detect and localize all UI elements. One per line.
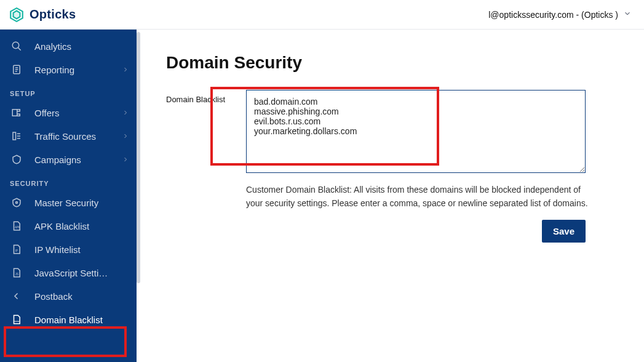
sidebar-item-analytics[interactable]: Analytics <box>0 34 137 58</box>
sidebar-item-label: Postback <box>34 291 73 302</box>
offers-icon <box>10 107 23 118</box>
topbar: Opticks l@optickssecurity.com - (Opticks… <box>0 0 644 30</box>
sidebar-scrollbar[interactable] <box>137 32 140 283</box>
postback-icon <box>10 291 23 302</box>
svg-text:APK: APK <box>15 226 20 229</box>
chevron-right-icon <box>122 131 129 142</box>
analytics-icon <box>10 41 23 52</box>
svg-point-2 <box>12 42 19 49</box>
brand: Opticks <box>9 7 76 23</box>
account-dropdown[interactable]: l@optickssecurity.com - (Opticks ) <box>488 9 632 20</box>
svg-point-13 <box>16 202 18 204</box>
shield-icon <box>10 197 23 208</box>
js-icon: JS <box>10 267 23 278</box>
chevron-right-icon <box>122 65 129 75</box>
sidebar-section-setup: SETUP <box>0 81 137 101</box>
traffic-sources-icon <box>10 131 23 142</box>
campaigns-icon <box>10 154 23 165</box>
ip-icon: IP <box>10 244 23 255</box>
page-title: Domain Security <box>166 53 627 73</box>
sidebar-section-security: SECURITY <box>0 171 137 191</box>
sidebar-item-label: Traffic Sources <box>34 131 96 142</box>
main-content: Domain Security Domain Blacklist Custome… <box>137 30 644 362</box>
sidebar-item-label: Domain Blacklist <box>34 315 103 325</box>
sidebar-item-domain-blacklist[interactable]: www Domain Blacklist <box>0 308 137 331</box>
sidebar-item-label: IP Whitelist <box>34 244 81 255</box>
sidebar-item-traffic-sources[interactable]: Traffic Sources <box>0 124 137 148</box>
svg-text:JS: JS <box>15 273 18 276</box>
field-label: Domain Blacklist <box>166 90 234 104</box>
domain-blacklist-row: Domain Blacklist Customer Domain Blackli… <box>166 90 627 243</box>
brand-name: Opticks <box>30 7 76 22</box>
brand-logo-icon <box>9 7 25 23</box>
reporting-icon <box>10 64 23 75</box>
sidebar-item-reporting[interactable]: Reporting <box>0 58 137 81</box>
sidebar-item-label: Reporting <box>34 65 74 75</box>
domain-blacklist-textarea[interactable] <box>246 90 586 173</box>
sidebar-item-label: APK Blacklist <box>34 221 89 231</box>
sidebar-item-javascript-settings[interactable]: JS JavaScript Setti… <box>0 261 137 284</box>
sidebar-item-postback[interactable]: Postback <box>0 284 137 308</box>
field-body: Customer Domain Blacklist: All visits fr… <box>246 90 627 243</box>
sidebar-item-offers[interactable]: Offers <box>0 101 137 124</box>
domain-icon: www <box>10 314 23 325</box>
sidebar-item-label: Campaigns <box>34 155 81 165</box>
helper-text: Customer Domain Blacklist: All visits fr… <box>246 183 590 210</box>
apk-icon: APK <box>10 220 23 231</box>
sidebar-item-master-security[interactable]: Master Security <box>0 191 137 214</box>
svg-marker-1 <box>14 10 20 18</box>
chevron-right-icon <box>122 155 129 165</box>
save-button[interactable]: Save <box>542 220 586 243</box>
form-actions: Save <box>246 220 586 243</box>
svg-rect-9 <box>13 132 16 140</box>
sidebar-item-label: Analytics <box>34 41 71 52</box>
sidebar-item-apk-blacklist[interactable]: APK APK Blacklist <box>0 214 137 238</box>
sidebar-item-ip-whitelist[interactable]: IP IP Whitelist <box>0 238 137 261</box>
sidebar: Analytics Reporting SETUP Offers Traffic… <box>0 30 137 362</box>
sidebar-item-label: JavaScript Setti… <box>34 268 108 278</box>
account-label: l@optickssecurity.com - (Opticks ) <box>488 10 618 20</box>
sidebar-item-label: Offers <box>34 108 60 118</box>
svg-text:IP: IP <box>15 249 18 252</box>
sidebar-item-label: Master Security <box>34 198 98 208</box>
sidebar-item-campaigns[interactable]: Campaigns <box>0 148 137 171</box>
chevron-down-icon <box>623 9 632 20</box>
svg-line-3 <box>18 47 21 50</box>
svg-text:www: www <box>14 320 19 323</box>
chevron-right-icon <box>122 108 129 118</box>
svg-rect-8 <box>12 110 17 116</box>
